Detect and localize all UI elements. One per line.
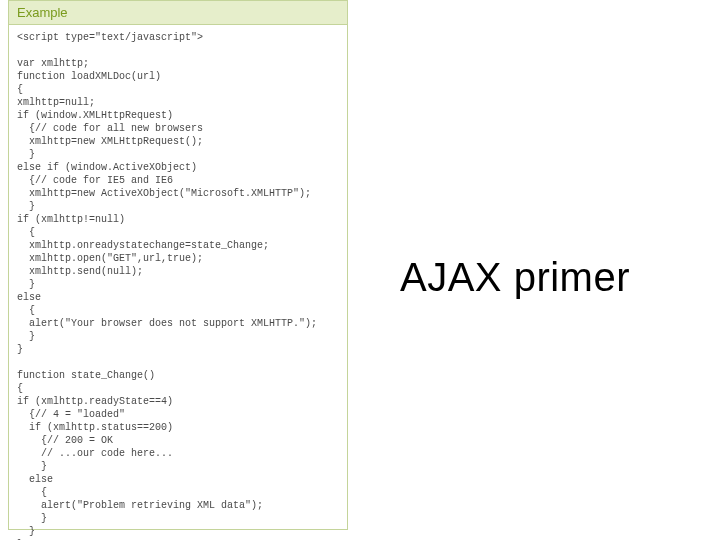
example-panel: Example <script type="text/javascript"> … xyxy=(8,0,348,530)
example-header: Example xyxy=(9,1,347,25)
slide-title: AJAX primer xyxy=(400,255,630,300)
example-code: <script type="text/javascript"> var xmlh… xyxy=(9,25,347,540)
